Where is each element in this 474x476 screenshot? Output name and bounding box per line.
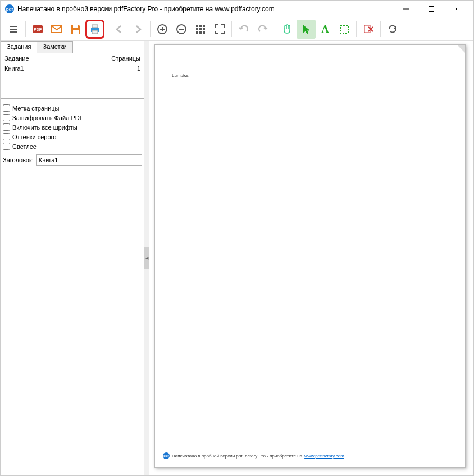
- zoom-out-icon: [176, 24, 187, 35]
- svg-rect-11: [73, 30, 79, 34]
- select-tool-button[interactable]: [297, 20, 316, 39]
- svg-rect-30: [340, 25, 348, 33]
- main-area: Задания Заметки Задание Страницы Книга1 …: [1, 41, 473, 475]
- svg-rect-14: [92, 30, 98, 34]
- col-name: Задание: [4, 55, 107, 62]
- save-button[interactable]: [66, 20, 85, 39]
- svg-rect-23: [196, 28, 198, 30]
- email-icon: [51, 23, 63, 35]
- svg-rect-31: [364, 25, 370, 33]
- footer-text: Напечатано в пробной версии pdfFactory P…: [172, 454, 302, 459]
- minimize-button[interactable]: [393, 1, 418, 17]
- separator: [380, 21, 381, 37]
- print-icon: [89, 23, 101, 35]
- window-title: Напечатано в пробной версии pdfFactory P…: [17, 5, 393, 13]
- zoom-out-button[interactable]: [172, 20, 191, 39]
- job-row[interactable]: Книга1 1: [1, 63, 144, 74]
- opt-label: Включить все шрифты: [12, 124, 78, 131]
- separator: [231, 21, 232, 37]
- opt-encrypt[interactable]: Зашифровать Файл PDF: [3, 114, 142, 121]
- job-pages: 1: [107, 65, 140, 72]
- svg-rect-27: [199, 31, 202, 34]
- opt-lighter[interactable]: Светлее: [3, 143, 142, 150]
- checkbox[interactable]: [3, 133, 10, 140]
- svg-rect-24: [199, 28, 202, 30]
- checkbox[interactable]: [3, 123, 10, 131]
- title-label: Заголовок:: [3, 157, 34, 163]
- svg-rect-1: [429, 7, 434, 12]
- splitter[interactable]: [144, 41, 149, 475]
- page-content: Lumpics: [155, 45, 465, 106]
- pdf-button[interactable]: PDF: [28, 20, 47, 39]
- sidebar: Задания Заметки Задание Страницы Книга1 …: [1, 41, 144, 475]
- options: Метка страницы Зашифровать Файл PDF Вклю…: [1, 104, 144, 150]
- maximize-button[interactable]: [418, 1, 444, 17]
- title-input[interactable]: [36, 154, 142, 166]
- menu-button[interactable]: [4, 20, 23, 39]
- svg-rect-26: [196, 31, 198, 34]
- opt-page-label[interactable]: Метка страницы: [3, 104, 142, 112]
- tab-jobs[interactable]: Задания: [1, 41, 37, 53]
- sidebar-tabs: Задания Заметки: [1, 41, 144, 53]
- cursor-icon: [300, 24, 312, 35]
- refresh-button[interactable]: [383, 20, 402, 39]
- text-icon: A: [320, 24, 331, 35]
- job-list: Задание Страницы Книга1 1: [1, 53, 144, 99]
- hand-tool-button[interactable]: [277, 20, 297, 39]
- svg-rect-10: [73, 25, 78, 28]
- delete-button[interactable]: [359, 20, 378, 39]
- svg-rect-13: [92, 25, 98, 28]
- app-window: pdf Напечатано в пробной версии pdfFacto…: [0, 0, 474, 476]
- fullscreen-icon: [215, 24, 225, 34]
- window-controls: [393, 1, 469, 17]
- back-button[interactable]: [110, 20, 129, 39]
- footer-link[interactable]: www.pdffactory.com: [304, 454, 344, 459]
- app-icon: pdf: [5, 4, 14, 13]
- close-button[interactable]: [444, 1, 469, 17]
- text-tool-button[interactable]: A: [316, 20, 335, 39]
- page-corner-icon: [457, 45, 465, 53]
- tab-notes[interactable]: Заметки: [37, 41, 72, 53]
- refresh-icon: [387, 24, 398, 35]
- splitter-handle[interactable]: [144, 247, 149, 269]
- opt-label: Оттенки серого: [12, 134, 56, 140]
- grid-icon: [195, 24, 206, 34]
- arrow-right-icon: [133, 24, 144, 35]
- fullscreen-button[interactable]: [210, 20, 229, 39]
- redo-icon: [257, 24, 268, 35]
- page-footer: pdf Напечатано в пробной версии pdfFacto…: [163, 452, 457, 459]
- grid-button[interactable]: [191, 20, 210, 39]
- print-button[interactable]: [85, 20, 104, 39]
- undo-button[interactable]: [234, 20, 253, 39]
- checkbox[interactable]: [3, 104, 10, 112]
- preview-area[interactable]: Lumpics pdf Напечатано в пробной версии …: [149, 41, 473, 475]
- separator: [25, 21, 26, 37]
- separator: [150, 21, 151, 37]
- page-preview: Lumpics pdf Напечатано в пробной версии …: [154, 44, 466, 468]
- arrow-left-icon: [113, 24, 125, 35]
- hand-icon: [281, 24, 293, 35]
- email-button[interactable]: [47, 20, 66, 39]
- menu-icon: [8, 24, 19, 35]
- title-row: Заголовок:: [1, 154, 144, 166]
- job-name: Книга1: [4, 65, 107, 72]
- pdf-icon: PDF: [31, 23, 44, 35]
- separator: [356, 21, 357, 37]
- pdf-icon: pdf: [163, 452, 170, 459]
- undo-icon: [238, 24, 249, 35]
- crop-tool-button[interactable]: [335, 20, 354, 39]
- opt-grayscale[interactable]: Оттенки серого: [3, 133, 142, 140]
- opt-label: Метка страницы: [12, 105, 60, 112]
- crop-icon: [339, 24, 350, 35]
- opt-fonts[interactable]: Включить все шрифты: [3, 123, 142, 131]
- delete-icon: [363, 24, 374, 35]
- zoom-in-button[interactable]: [153, 20, 172, 39]
- opt-label: Зашифровать Файл PDF: [12, 115, 84, 121]
- checkbox[interactable]: [3, 143, 10, 150]
- redo-button[interactable]: [253, 20, 272, 39]
- checkbox[interactable]: [3, 114, 10, 121]
- col-pages: Страницы: [107, 55, 140, 62]
- opt-label: Светлее: [12, 143, 37, 150]
- forward-button[interactable]: [129, 20, 148, 39]
- separator: [107, 21, 107, 37]
